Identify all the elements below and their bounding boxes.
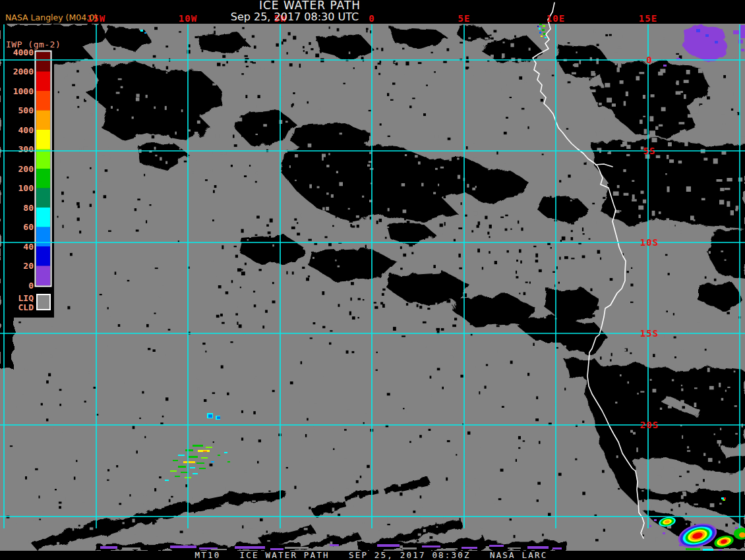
legend-value: 100 — [18, 183, 34, 193]
colorbar — [36, 51, 51, 287]
legend-value: 60 — [23, 222, 34, 232]
colorbar-segment — [36, 266, 50, 286]
latitude-label: 5S — [643, 146, 656, 156]
longitude-label: 15E — [639, 13, 657, 24]
colorbar-segment — [36, 52, 50, 72]
satellite-image-frame: IWP (gm-2) 40002000100050040030020010080… — [0, 0, 745, 560]
legend-value: 20 — [23, 261, 34, 271]
legend-value: 0 — [28, 281, 34, 291]
colorbar-segment — [36, 111, 50, 130]
datetime-text: Sep 25, 2017 08:30 UTC — [231, 11, 359, 23]
colorbar-segment — [36, 91, 50, 111]
colorbar-segment — [36, 208, 50, 227]
colorbar-segment — [36, 188, 50, 208]
latitude-label: 20S — [640, 420, 659, 430]
colorbar-segment — [36, 246, 50, 266]
legend-value: 500 — [18, 105, 34, 115]
longitude-label: 0 — [369, 13, 374, 24]
legend-value: 1000 — [13, 86, 34, 96]
map-canvas — [0, 20, 745, 552]
legend: IWP (gm-2) 40002000100050040030020010080… — [3, 37, 61, 318]
liquid-cloud-label-line1: LIQ — [18, 293, 34, 303]
legend-value: 200 — [18, 164, 34, 174]
longitude-label: 5E — [458, 13, 471, 24]
legend-value: 80 — [23, 203, 34, 213]
legend-value: 2000 — [13, 67, 34, 76]
latitude-label: 10S — [640, 237, 659, 248]
colorbar-segment — [36, 72, 50, 92]
liquid-cloud-swatch — [37, 294, 50, 310]
colorbar-segment — [36, 130, 50, 150]
latitude-label: 15S — [640, 328, 659, 339]
colorbar-segment — [36, 227, 50, 247]
latitude-label: 0 — [646, 55, 652, 65]
liquid-cloud-label-line2: CLD — [18, 302, 34, 312]
colorbar-segment — [36, 169, 50, 188]
longitude-label: 10W — [179, 13, 197, 24]
longitude-label: 10E — [547, 13, 565, 24]
legend-value: 300 — [18, 144, 34, 154]
credit-text: NASA Langley (M04.0) — [5, 13, 98, 22]
legend-value: 4000 — [13, 47, 34, 57]
footer-status-text: MT10 ICE WATER PATH SEP 25, 2017 08:30Z … — [195, 550, 548, 560]
colorbar-segment — [36, 150, 50, 169]
ice-water-path-map: IWP (gm-2) 40002000100050040030020010080… — [0, 0, 745, 560]
legend-value: 400 — [18, 125, 34, 135]
